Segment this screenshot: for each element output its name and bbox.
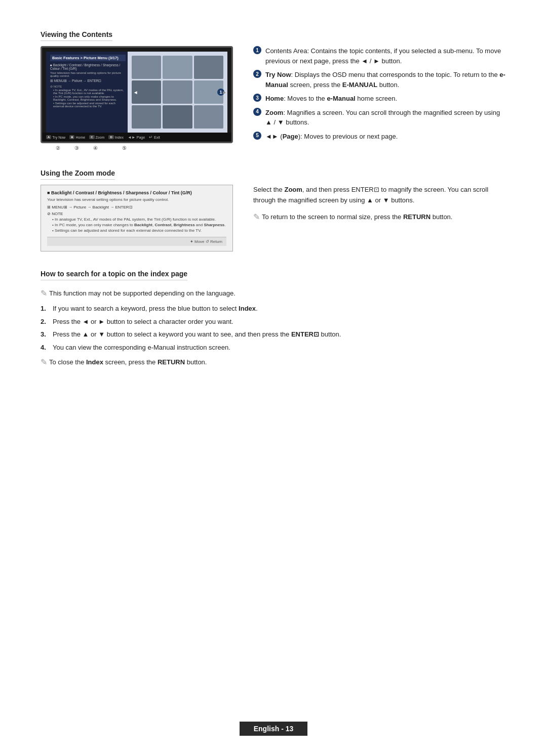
bullet-4: 4 Zoom: Magnifies a screen. You can scro…	[253, 108, 506, 128]
callout-2-label: ②	[56, 145, 60, 151]
zoom-description: Select the Zoom, and then press ENTER⊡ t…	[253, 185, 506, 206]
bullet-1: 1 Contents Area: Contains the topic cont…	[253, 46, 506, 66]
index-tip-1: ✎ This function may not be supported dep…	[41, 288, 506, 300]
tv-menu-overlay: Basic Features > Picture Menu (3/17) ■ B…	[46, 52, 130, 133]
circle-2: 2	[253, 70, 261, 78]
zoom-screen: ■ Backlight / Contrast / Brightness / Sh…	[41, 185, 233, 251]
index-steps-list: 1. If you want to search a keyword, pres…	[41, 304, 506, 352]
viewing-two-col: Basic Features > Picture Menu (3/17) ■ B…	[41, 46, 506, 151]
index-title: How to search for a topic on the index p…	[41, 270, 187, 280]
circle-5: 5	[253, 132, 261, 140]
step-3: 3. Press the ▲ or ▼ button to select a k…	[41, 329, 506, 340]
zoom-note-label: ⊘ NOTE	[47, 212, 226, 216]
step-4: 4. You can view the corresponding e-Manu…	[41, 343, 506, 353]
callout-5-label: ⑤	[122, 145, 127, 151]
nav-page: ◄► Page	[128, 135, 145, 140]
page-content: Viewing the Contents Basic Features > Pi…	[41, 30, 506, 371]
zoom-left-col: ■ Backlight / Contrast / Brightness / Sh…	[41, 185, 233, 251]
index-section: How to search for a topic on the index p…	[41, 270, 506, 371]
zoom-right-col: Select the Zoom, and then press ENTER⊡ t…	[253, 185, 506, 226]
step-1: 1. If you want to search a keyword, pres…	[41, 304, 506, 314]
tv-menu-note-1: • In analogue TV, Ext., AV modes of the …	[50, 89, 126, 95]
tv-wrapper: Basic Features > Picture Menu (3/17) ■ B…	[41, 46, 233, 151]
zoom-tip: ✎ To return to the screen to normal size…	[253, 212, 506, 223]
tv-menu-note-3: • Settings can be adjusted and stored fo…	[50, 102, 126, 108]
tip-icon-2: ✎	[41, 287, 47, 300]
bullet-5: 5 ◄► (Page): Moves to previous or next p…	[253, 132, 506, 142]
tv-inner: Basic Features > Picture Menu (3/17) ■ B…	[46, 52, 227, 133]
bullet-4-text: Zoom: Magnifies a screen. You can scroll…	[265, 108, 506, 128]
tv-image-area: 1	[128, 52, 227, 133]
footer-label: English - 13	[240, 722, 308, 736]
nav-exit: ↵ Exit	[149, 135, 160, 140]
nav-index: D Index	[108, 135, 123, 139]
circle-3: 3	[253, 94, 261, 102]
zoom-menu-nav: ⊞ MENU⊞ → Picture → Backlight → ENTER⊡	[47, 205, 226, 209]
step-4-text: You can view the corresponding e-Manual …	[53, 343, 230, 353]
step-2-num: 2.	[41, 317, 49, 327]
nav-home: B Home	[69, 135, 85, 139]
viewing-right-col: 1 Contents Area: Contains the topic cont…	[253, 46, 506, 145]
zoom-nav-bar: ✦ Move ↺ Return	[47, 237, 226, 246]
step-4-num: 4.	[41, 343, 49, 353]
zoom-screen-desc: Your television has several setting opti…	[47, 197, 226, 202]
zoom-two-col: ■ Backlight / Contrast / Brightness / Sh…	[41, 185, 506, 251]
page-footer: English - 13	[0, 722, 547, 736]
tv-menu-note-2: • In PC mode, you can only make changes …	[50, 95, 126, 101]
step-1-num: 1.	[41, 304, 49, 314]
zoom-note-3: • Settings can be adjusted and stored fo…	[47, 228, 226, 233]
viewing-title: Viewing the Contents	[41, 30, 112, 41]
zoom-title: Using the Zoom mode	[41, 169, 115, 180]
bullet-3-text: Home: Moves to the e-Manual home screen.	[265, 94, 397, 104]
step-2: 2. Press the ◄ or ► button to select a c…	[41, 317, 506, 327]
step-3-text: Press the ▲ or ▼ button to select a keyw…	[53, 329, 341, 340]
step-2-text: Press the ◄ or ► button to select a char…	[53, 317, 233, 327]
bullet-2-text: Try Now: Displays the OSD menu that corr…	[265, 70, 506, 90]
tv-nav-bar: A Try Now B Home C Zoom	[42, 133, 231, 142]
tip-icon-3: ✎	[41, 356, 47, 368]
zoom-note-1: • In analogue TV, Ext., AV modes of the …	[47, 217, 226, 222]
zoom-note-2: • In PC mode, you can only make changes …	[47, 223, 226, 227]
bullet-2: 2 Try Now: Displays the OSD menu that co…	[253, 70, 506, 90]
nav-try-now: A Try Now	[46, 135, 65, 139]
viewing-left-col: Basic Features > Picture Menu (3/17) ■ B…	[41, 46, 233, 151]
bullet-5-text: ◄► (Page): Moves to previous or next pag…	[265, 132, 398, 142]
viewing-section: Viewing the Contents Basic Features > Pi…	[41, 30, 506, 151]
tip-icon: ✎	[253, 211, 260, 223]
tv-menu-note: ⊘ NOTE	[50, 85, 126, 88]
tv-menu-desc: Your television has several setting opti…	[50, 71, 126, 77]
zoom-tip-text: To return to the screen to normal size, …	[262, 212, 452, 222]
index-tip-1-text: This function may not be supported depen…	[49, 288, 236, 299]
circle-4: 4	[253, 108, 261, 116]
zoom-section: Using the Zoom mode ■ Backlight / Contra…	[41, 169, 506, 251]
bullet-3: 3 Home: Moves to the e-Manual home scree…	[253, 94, 506, 104]
step-1-text: If you want to search a keyword, press t…	[53, 304, 258, 314]
nav-zoom: C Zoom	[89, 135, 104, 139]
callout-3-label: ③	[74, 145, 79, 151]
callout-4-label: ④	[93, 145, 98, 151]
bullet-1-text: Contents Area: Contains the topic conten…	[265, 46, 506, 66]
index-closing-tip: ✎ To close the Index screen, press the R…	[41, 357, 506, 368]
zoom-screen-menu: ■ Backlight / Contrast / Brightness / Sh…	[47, 190, 226, 195]
circle-1: 1	[253, 46, 261, 54]
tv-menu-item: ■ Backlight / Contrast / Brightness / Sh…	[50, 63, 126, 70]
tv-menu-breadcrumb: Basic Features > Picture Menu (3/17)	[50, 55, 126, 61]
tv-menu-nav: ⊞ MENU⊞ → Picture → ENTER⊡	[50, 79, 126, 83]
index-closing-tip-text: To close the Index screen, press the RET…	[49, 357, 207, 367]
tv-screen: Basic Features > Picture Menu (3/17) ■ B…	[41, 46, 233, 143]
step-3-num: 3.	[41, 329, 49, 340]
